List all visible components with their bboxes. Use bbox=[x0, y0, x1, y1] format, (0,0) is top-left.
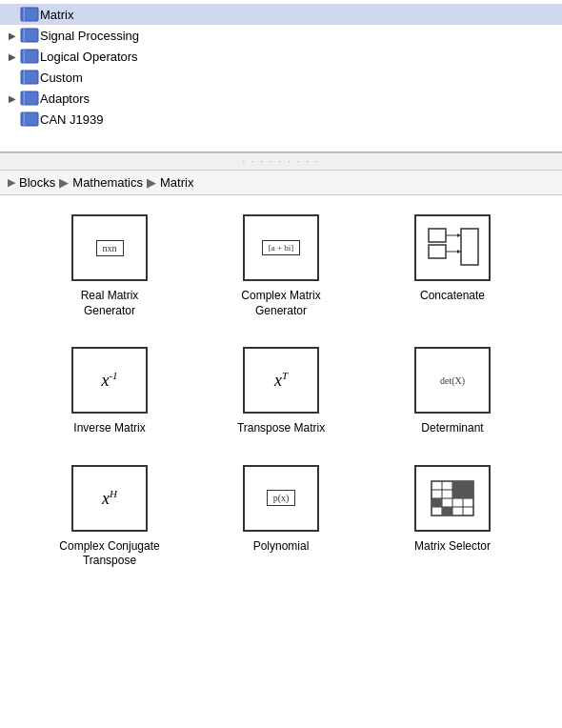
block-real-matrix-gen[interactable]: nxn Real MatrixGenerator bbox=[29, 214, 191, 318]
block-inverse-matrix[interactable]: x-1 Inverse Matrix bbox=[29, 347, 191, 436]
divider-dots: · · · · · · · · · bbox=[0, 152, 562, 171]
block-label-conj: Complex ConjugateTranspose bbox=[59, 539, 159, 569]
svg-rect-1 bbox=[23, 8, 25, 21]
tree-item-can-j1939[interactable]: CAN J1939 bbox=[0, 109, 562, 130]
block-icon-inverse-matrix: x-1 bbox=[71, 347, 148, 414]
tree-item-adaptors[interactable]: ▶ Adaptors bbox=[0, 88, 562, 109]
block-matrix-selector[interactable]: Matrix Selector bbox=[371, 465, 533, 569]
block-label-transpose: Transpose Matrix bbox=[237, 421, 325, 436]
icon-label-poly: p(x) bbox=[267, 490, 296, 506]
breadcrumb-blocks[interactable]: Blocks bbox=[19, 175, 55, 190]
block-complex-conj-trans[interactable]: xH Complex ConjugateTranspose bbox=[29, 465, 191, 569]
tree-label-can: CAN J1939 bbox=[40, 112, 103, 127]
block-label-inverse: Inverse Matrix bbox=[73, 421, 145, 436]
block-label-poly: Polynomial bbox=[253, 539, 310, 555]
concatenate-svg bbox=[424, 224, 481, 272]
blocks-grid: nxn Real MatrixGenerator [a + bi] Comple… bbox=[10, 214, 552, 569]
block-transpose-matrix[interactable]: xT Transpose Matrix bbox=[200, 347, 362, 436]
block-icon-complex-matrix: [a + bi] bbox=[243, 214, 319, 281]
tree-item-matrix[interactable]: Matrix bbox=[0, 4, 562, 25]
block-icon-determinant: det(X) bbox=[414, 347, 491, 414]
book-icon-custom bbox=[19, 69, 40, 86]
block-label-matrix-selector: Matrix Selector bbox=[414, 539, 491, 555]
svg-rect-24 bbox=[461, 229, 478, 265]
tree-label-adapt: Adaptors bbox=[40, 91, 90, 106]
svg-rect-10 bbox=[23, 71, 25, 84]
expand-arrow-adapt: ▶ bbox=[6, 93, 19, 104]
icon-label-conj: xH bbox=[102, 488, 117, 509]
block-icon-complex-conj: xH bbox=[71, 465, 148, 532]
block-icon-matrix-selector bbox=[414, 465, 491, 532]
tree-item-logical-operators[interactable]: ▶ Logical Operators bbox=[0, 46, 562, 67]
icon-label-inverse: x-1 bbox=[101, 370, 117, 391]
breadcrumb-expand-arrow[interactable]: ▶ bbox=[8, 176, 15, 189]
breadcrumb: ▶ Blocks ▶ Mathematics ▶ Matrix bbox=[0, 171, 562, 195]
expand-arrow-lo: ▶ bbox=[6, 51, 19, 62]
book-icon bbox=[19, 6, 40, 23]
breadcrumb-mathematics[interactable]: Mathematics bbox=[72, 175, 143, 190]
breadcrumb-sep-2: ▶ bbox=[147, 175, 156, 190]
tree-label-matrix: Matrix bbox=[40, 8, 73, 22]
book-icon-adapt bbox=[19, 90, 40, 107]
tree-label-sp: Signal Processing bbox=[40, 29, 139, 43]
breadcrumb-sep-1: ▶ bbox=[59, 175, 69, 190]
tree-label-custom: Custom bbox=[40, 71, 83, 85]
svg-rect-34 bbox=[452, 490, 463, 498]
svg-rect-36 bbox=[432, 498, 442, 507]
block-icon-polynomial: p(x) bbox=[243, 465, 319, 532]
block-label-determinant: Determinant bbox=[421, 421, 483, 436]
icon-label-real-matrix: nxn bbox=[96, 240, 124, 256]
block-label-concatenate: Concatenate bbox=[420, 289, 485, 304]
tree-label-lo: Logical Operators bbox=[40, 50, 138, 64]
svg-rect-19 bbox=[429, 245, 446, 258]
svg-rect-7 bbox=[23, 50, 25, 63]
svg-rect-35 bbox=[463, 490, 473, 498]
svg-rect-37 bbox=[442, 507, 452, 516]
block-label-real-matrix: Real MatrixGenerator bbox=[81, 289, 139, 318]
book-icon-can bbox=[19, 111, 40, 128]
block-polynomial[interactable]: p(x) Polynomial bbox=[200, 465, 362, 569]
library-tree: Matrix ▶ Signal Processing ▶ Logical Ope… bbox=[0, 0, 562, 152]
block-complex-matrix-gen[interactable]: [a + bi] Complex MatrixGenerator bbox=[200, 214, 362, 318]
matrix-selector-svg bbox=[428, 477, 477, 519]
icon-label-transpose: xT bbox=[274, 370, 288, 391]
expand-arrow-sp: ▶ bbox=[6, 30, 19, 41]
block-determinant[interactable]: det(X) Determinant bbox=[371, 347, 533, 436]
tree-item-custom[interactable]: Custom bbox=[0, 67, 562, 88]
svg-rect-33 bbox=[463, 481, 473, 490]
block-concatenate[interactable]: Concatenate bbox=[371, 214, 533, 318]
tree-item-signal-processing[interactable]: ▶ Signal Processing bbox=[0, 25, 562, 46]
main-content: nxn Real MatrixGenerator [a + bi] Comple… bbox=[0, 195, 562, 588]
block-icon-concatenate bbox=[414, 214, 491, 281]
book-icon-sp bbox=[19, 27, 40, 44]
svg-rect-18 bbox=[429, 229, 446, 242]
block-icon-real-matrix: nxn bbox=[71, 214, 148, 281]
icon-label-complex-matrix: [a + bi] bbox=[262, 240, 301, 255]
svg-rect-16 bbox=[23, 112, 25, 126]
svg-rect-13 bbox=[23, 91, 25, 105]
svg-rect-32 bbox=[452, 481, 463, 490]
svg-rect-4 bbox=[23, 29, 25, 42]
book-icon-lo bbox=[19, 48, 40, 65]
block-icon-transpose: xT bbox=[243, 347, 319, 414]
block-label-complex-matrix: Complex MatrixGenerator bbox=[241, 289, 320, 318]
breadcrumb-matrix[interactable]: Matrix bbox=[160, 175, 193, 190]
icon-label-determinant: det(X) bbox=[440, 375, 465, 386]
